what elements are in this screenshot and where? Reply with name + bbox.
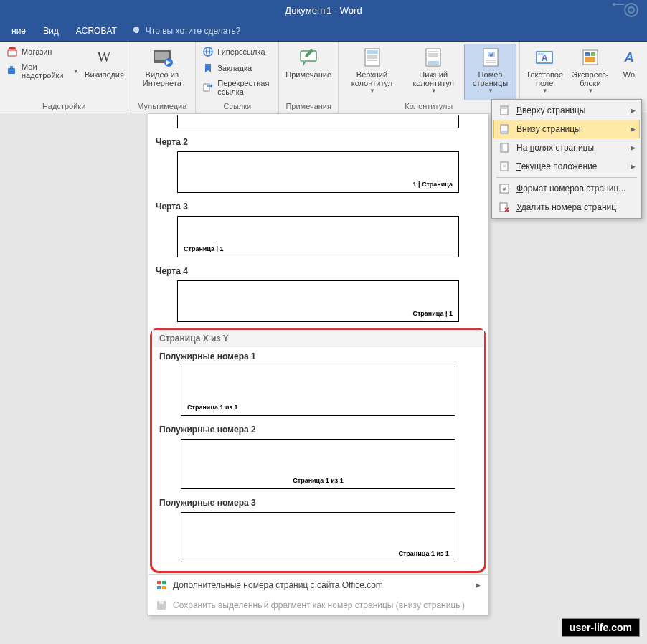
video-icon bbox=[151, 46, 174, 69]
wikipedia-button[interactable]: W Википедия bbox=[84, 44, 125, 100]
gallery-footer: Дополнительные номера страниц с сайта Of… bbox=[148, 574, 488, 615]
tab-view[interactable]: Вид bbox=[34, 20, 67, 42]
chevron-down-icon: ▼ bbox=[369, 87, 375, 94]
save-icon bbox=[156, 600, 167, 611]
footer-button[interactable]: Нижний колонтитул ▼ bbox=[404, 44, 463, 100]
svg-rect-45 bbox=[503, 165, 506, 167]
menu-separator bbox=[496, 177, 637, 178]
save-selection-button: Сохранить выделенный фрагмент как номер … bbox=[148, 595, 488, 615]
quickparts-icon bbox=[579, 46, 602, 69]
quick-parts-button[interactable]: Экспресс-блоки ▼ bbox=[568, 44, 613, 100]
svg-rect-54 bbox=[159, 601, 164, 604]
svg-rect-51 bbox=[157, 586, 161, 589]
remove-icon bbox=[498, 201, 511, 214]
my-addins-button[interactable]: Мои надстройки ▼ bbox=[3, 60, 82, 82]
tell-me-search[interactable]: Что вы хотите сделать? bbox=[131, 26, 241, 36]
svg-rect-13 bbox=[204, 84, 209, 91]
chevron-down-icon: ▼ bbox=[73, 68, 79, 75]
page-preview: Страница | 1 bbox=[177, 216, 459, 257]
page-number-icon: # bbox=[479, 46, 502, 69]
chevron-right-icon: ▶ bbox=[631, 163, 636, 170]
chevron-right-icon: ▶ bbox=[631, 107, 636, 114]
highlighted-section: Страница X из Y Полужирные номера 1 Стра… bbox=[150, 328, 486, 573]
menu-page-margins[interactable]: На полях страницы ▶ bbox=[493, 138, 640, 157]
format-icon: # bbox=[498, 182, 511, 195]
svg-rect-52 bbox=[162, 586, 166, 589]
store-icon bbox=[6, 46, 18, 57]
svg-text:A: A bbox=[623, 50, 633, 65]
wordart-button[interactable]: A Wo bbox=[614, 44, 644, 100]
chevron-down-icon: ▼ bbox=[488, 87, 493, 94]
page-top-icon bbox=[498, 104, 511, 117]
group-label: Ссылки bbox=[199, 100, 275, 113]
group-links: Гиперссылка Закладка Перекрестная ссылка… bbox=[196, 42, 279, 113]
group-comments: Примечание Примечания bbox=[279, 42, 339, 113]
gallery-section-header: Страница X из Y bbox=[152, 330, 484, 347]
title-bar: Документ1 - Word bbox=[0, 0, 647, 20]
chevron-down-icon: ▼ bbox=[542, 87, 548, 94]
svg-text:A: A bbox=[542, 53, 548, 63]
chevron-right-icon: ▶ bbox=[631, 144, 636, 151]
svg-rect-36 bbox=[585, 57, 595, 62]
online-video-button[interactable]: Видео из Интернета bbox=[131, 44, 192, 100]
page-number-menu: Вверху страницы ▶ Внизу страницы ▶ На по… bbox=[491, 99, 642, 219]
gallery-item[interactable]: Полужирные номера 3 Страница 1 из 1 bbox=[152, 493, 484, 567]
svg-rect-5 bbox=[10, 66, 13, 69]
gallery-item[interactable]: Полужирные номера 2 Страница 1 из 1 bbox=[152, 420, 484, 493]
office-icon bbox=[156, 579, 167, 591]
hyperlink-icon bbox=[202, 46, 214, 57]
gallery-item[interactable]: Полужирные номера 1 Страница 1 из 1 bbox=[152, 347, 484, 420]
tab-acrobat[interactable]: ACROBAT bbox=[67, 20, 126, 42]
gallery-item[interactable]: Черта 4 Страница | 1 bbox=[148, 262, 488, 326]
svg-text:#: # bbox=[503, 186, 506, 192]
footer-icon bbox=[422, 46, 445, 69]
page-preview: 1 | Страница bbox=[177, 151, 459, 193]
store-button[interactable]: Магазин bbox=[3, 44, 82, 60]
cross-reference-button[interactable]: Перекрестная ссылка bbox=[199, 77, 275, 98]
bookmark-icon bbox=[202, 62, 214, 74]
header-icon bbox=[361, 46, 384, 69]
svg-rect-50 bbox=[162, 581, 166, 584]
addins-icon bbox=[6, 65, 18, 77]
crossref-icon bbox=[202, 82, 214, 93]
menu-remove-page-numbers[interactable]: Удалить номера страниц bbox=[493, 198, 640, 217]
tab-partial[interactable]: ние bbox=[3, 20, 34, 42]
svg-rect-16 bbox=[367, 50, 378, 54]
group-label: Колонтитулы bbox=[341, 100, 516, 113]
svg-text:W: W bbox=[98, 49, 111, 65]
gallery-item[interactable] bbox=[148, 114, 488, 133]
menu-format-page-numbers[interactable]: # Формат номеров страниц... bbox=[493, 179, 640, 198]
comment-button[interactable]: Примечание bbox=[282, 44, 335, 100]
header-button[interactable]: Верхний колонтитул ▼ bbox=[341, 44, 402, 100]
menu-bottom-of-page[interactable]: Внизу страницы ▶ bbox=[493, 120, 640, 138]
svg-point-3 bbox=[613, 3, 615, 6]
svg-rect-41 bbox=[501, 131, 507, 133]
page-bottom-icon bbox=[498, 123, 511, 136]
svg-text:#: # bbox=[489, 52, 493, 58]
group-label: Мультимедиа bbox=[131, 100, 192, 113]
chevron-down-icon: ▼ bbox=[431, 87, 437, 94]
page-margin-icon bbox=[498, 141, 511, 154]
gallery-item[interactable]: Черта 2 1 | Страница bbox=[148, 133, 488, 197]
menu-current-position[interactable]: Текущее положение ▶ bbox=[493, 157, 640, 176]
chevron-right-icon: ▶ bbox=[631, 126, 636, 133]
page-number-button[interactable]: # Номер страницы ▼ bbox=[464, 44, 516, 100]
page-preview: Страница 1 из 1 bbox=[181, 439, 455, 489]
gallery-item[interactable]: Черта 3 Страница | 1 bbox=[148, 197, 488, 262]
svg-point-1 bbox=[628, 7, 634, 13]
hyperlink-button[interactable]: Гиперссылка bbox=[199, 44, 275, 60]
more-from-office-button[interactable]: Дополнительные номера страниц с сайта Of… bbox=[148, 575, 488, 595]
textbox-icon: A bbox=[533, 46, 556, 69]
menu-top-of-page[interactable]: Вверху страницы ▶ bbox=[493, 101, 640, 120]
page-preview: Страница | 1 bbox=[177, 280, 459, 322]
svg-rect-35 bbox=[591, 52, 595, 56]
wikipedia-icon: W bbox=[93, 46, 115, 69]
svg-rect-34 bbox=[585, 52, 590, 56]
svg-rect-24 bbox=[428, 61, 439, 65]
svg-rect-43 bbox=[501, 144, 503, 151]
svg-point-0 bbox=[625, 4, 638, 16]
text-box-button[interactable]: A Текстовое поле ▼ bbox=[523, 44, 567, 100]
bookmark-button[interactable]: Закладка bbox=[199, 60, 275, 76]
ribbon-tabs: ние Вид ACROBAT Что вы хотите сделать? bbox=[0, 20, 647, 42]
group-label: Примечания bbox=[282, 100, 335, 113]
